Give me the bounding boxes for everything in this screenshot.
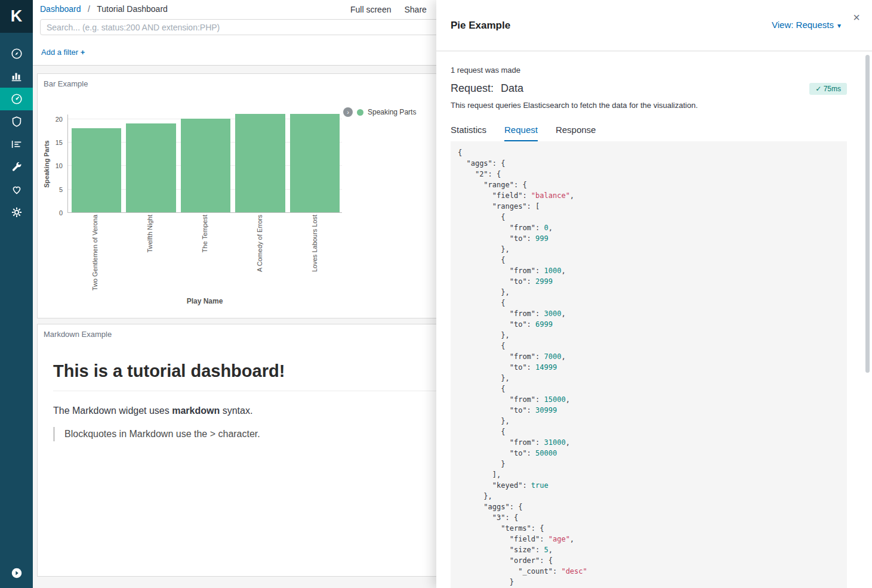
tab-response[interactable]: Response (556, 125, 596, 141)
list-lines-icon (10, 138, 23, 151)
x-tick-label[interactable]: Twelfth Night (146, 215, 153, 253)
paragraph-prefix: The Markdown widget uses (53, 406, 172, 416)
nav-dev-tools[interactable] (0, 156, 33, 178)
x-tick-label[interactable]: A Comedy of Errors (256, 215, 263, 272)
code-line: "order": { (458, 555, 840, 566)
code-line: }, (458, 491, 840, 502)
nav-collapse-button[interactable] (0, 564, 33, 582)
x-tick-label[interactable]: Two Gentlemen of Verona (91, 215, 98, 290)
code-line: "2": { (458, 169, 840, 180)
request-time-badge: ✓ 75ms (809, 83, 847, 95)
nav-monitoring[interactable] (0, 178, 33, 201)
code-line: "aggs": { (458, 502, 840, 512)
code-line: "from": 7000, (458, 351, 840, 362)
request-row: Request: Data ✓ 75ms (451, 82, 847, 95)
code-line: "range": { (458, 180, 840, 190)
tab-request[interactable]: Request (504, 125, 538, 141)
request-name: Data (501, 82, 523, 95)
flyout-body: 1 request was made Request: Data ✓ 75ms … (436, 51, 872, 588)
logo-letter: K (11, 7, 23, 26)
legend-toggle-icon[interactable]: › (343, 107, 353, 117)
code-line: { (458, 147, 840, 158)
gauge-icon (10, 92, 23, 106)
breadcrumb-current: Tutorial Dashboard (97, 4, 168, 14)
breadcrumb-dashboard-link[interactable]: Dashboard (40, 4, 81, 14)
code-line: { (458, 255, 840, 265)
x-slot: Two Gentlemen of Verona (67, 215, 122, 290)
flyout-scrollbar[interactable] (865, 55, 870, 373)
x-slot: A Comedy of Errors (232, 215, 287, 272)
x-tick-label[interactable]: Loves Labours Lost (311, 215, 318, 272)
code-line: } (458, 577, 840, 587)
nav-items (0, 42, 33, 224)
y-tick-label: 10 (56, 162, 63, 169)
nav-timelion[interactable] (0, 133, 33, 156)
wrench-icon (10, 160, 23, 174)
chevron-down-icon: ▾ (837, 21, 841, 30)
nav-discover[interactable] (0, 42, 33, 65)
code-line: "ranges": [ (458, 201, 840, 212)
code-line: "keyed": true (458, 480, 840, 491)
close-icon[interactable]: × (853, 11, 860, 24)
x-slot: Twelfth Night (122, 215, 177, 253)
code-line: "terms": { (458, 523, 840, 534)
code-line: "from": 0, (458, 222, 840, 233)
code-line: "size": 5, (458, 544, 840, 555)
code-line: }, (458, 330, 840, 341)
code-line: "from": 1000, (458, 265, 840, 276)
paragraph-bold: markdown (172, 406, 220, 416)
code-line: "3": { (458, 512, 840, 523)
markdown-panel-title: Markdown Example (44, 330, 112, 339)
code-line: { (458, 383, 840, 394)
bar-panel-title: Bar Example (44, 79, 88, 88)
code-line: ], (458, 469, 840, 480)
bar-2[interactable] (181, 119, 230, 212)
x-axis-labels: Two Gentlemen of VeronaTwelfth NightThe … (67, 215, 342, 290)
code-line: "field": "balance", (458, 190, 840, 201)
view-selector[interactable]: View: Requests▾ (772, 20, 841, 30)
kibana-logo[interactable]: K (0, 0, 33, 33)
x-tick-label[interactable]: The Tempest (201, 215, 208, 252)
x-axis-title: Play Name (67, 297, 342, 305)
bar-1[interactable] (126, 123, 175, 212)
gear-icon (10, 206, 23, 219)
request-count-text: 1 request was made (451, 66, 847, 75)
code-line: "aggs": { (458, 158, 840, 169)
request-time: 75ms (824, 85, 841, 93)
plus-icon: + (81, 48, 85, 57)
x-slot: The Tempest (177, 215, 232, 252)
breadcrumb-separator: / (88, 4, 90, 14)
y-axis-ticks: 05101520 (51, 114, 65, 213)
request-code-block: { "aggs": { "2": { "range": { "field": "… (451, 141, 847, 588)
request-label: Request: (451, 82, 494, 95)
code-line: "to": 50000 (458, 448, 840, 459)
code-line: "from": 15000, (458, 394, 840, 405)
nav-dashboard[interactable] (0, 88, 33, 110)
bar-3[interactable] (235, 114, 285, 212)
legend: › Speaking Parts (343, 107, 416, 117)
code-line: "field": "age", (458, 534, 840, 544)
tab-statistics[interactable]: Statistics (451, 125, 486, 141)
share-button[interactable]: Share (404, 5, 426, 14)
full-screen-button[interactable]: Full screen (350, 5, 391, 14)
bar-4[interactable] (290, 114, 340, 212)
flyout-header: Pie Example View: Requests▾ × (436, 0, 872, 51)
bar-chart-icon (10, 70, 23, 83)
nav-visualize[interactable] (0, 65, 33, 88)
code-line: { (458, 426, 840, 437)
plot-area (67, 114, 342, 213)
code-line: "to": 6999 (458, 319, 840, 330)
code-line: "to": 14999 (458, 362, 840, 373)
y-tick-label: 20 (56, 116, 63, 123)
add-filter-button[interactable]: Add a filter + (41, 48, 85, 57)
view-selector-label: View: Requests (772, 20, 834, 30)
nav-management[interactable] (0, 201, 33, 224)
nav-apm[interactable] (0, 110, 33, 133)
shield-icon (10, 115, 23, 128)
bar-0[interactable] (72, 128, 121, 212)
code-line: "from": 31000, (458, 437, 840, 448)
y-tick-label: 15 (56, 139, 63, 146)
legend-label[interactable]: Speaking Parts (368, 108, 416, 116)
code-line: { (458, 298, 840, 308)
add-filter-label: Add a filter (41, 48, 78, 57)
